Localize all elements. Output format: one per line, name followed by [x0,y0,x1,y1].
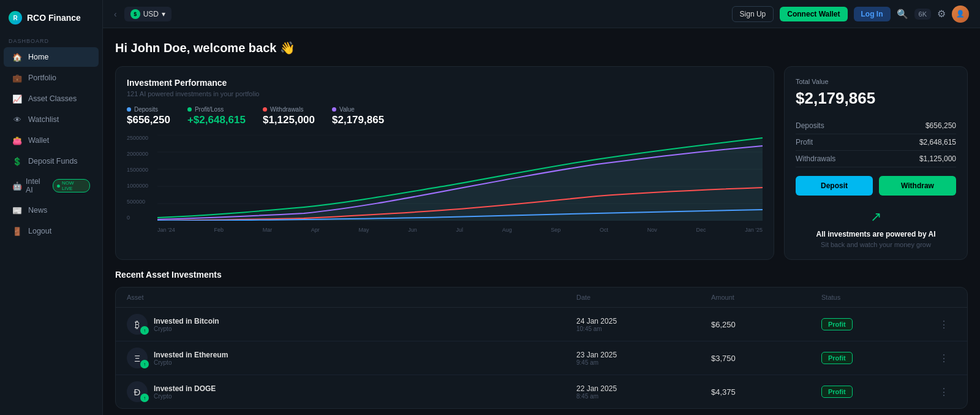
chart-y-labels: 2500000 2000000 1500000 1000000 500000 0 [127,135,157,221]
asset-cell-ethereum: Ξ ↑ Invested in Ethereum Crypto [127,348,576,368]
topbar-actions: Sign Up Connect Wallet Log In 🔍 6K ⚙ 👤 [732,6,969,23]
total-deposits-row: Deposits $656,250 [796,118,956,134]
total-withdrawals-label: Withdrawals [796,154,835,163]
sidebar-item-deposit-funds[interactable]: 💲 Deposit Funds [4,151,99,171]
settings-icon[interactable]: ⚙ [937,8,946,20]
ethereum-info: Invested in Ethereum Crypto [154,351,228,366]
chart-svg [157,135,763,221]
profit-badge-bitcoin: Profit [821,318,853,330]
currency-selector[interactable]: $ USD ▾ [124,7,172,21]
sidebar-item-label: Portfolio [28,74,56,82]
ethereum-status: Profit [821,352,932,364]
profit-dot [187,107,192,112]
sidebar-item-label: Logout [28,227,51,235]
intel-ai-icon: 🤖 [12,181,22,191]
header-actions [932,294,956,301]
investment-performance-card: Investment Performance 121 AI powered in… [115,66,774,260]
profit-badge-doge: Profit [821,386,853,398]
total-value-amount: $2,179,865 [796,89,956,108]
deposit-button[interactable]: Deposit [796,176,873,196]
news-icon: 📰 [12,205,22,215]
metric-label-profit: Profit/Loss [187,106,246,113]
ai-trending-icon: ↗ [870,209,881,225]
chart-svg-container [157,135,763,221]
action-buttons: Deposit Withdraw [796,176,956,196]
withdrawals-dot [263,107,267,112]
metric-value-portfolio: $2,179,865 [332,114,384,126]
dollar-icon: $ [130,9,140,19]
withdraw-button[interactable]: Withdraw [879,176,956,196]
signup-button[interactable]: Sign Up [732,6,774,22]
sidebar: R RCO Finance DASHBOARD 🏠 Home 💼 Portfol… [0,0,103,415]
deposits-dot [127,107,131,112]
ai-title: All investments are powered by AI [816,230,936,238]
ethereum-more-button[interactable]: ⋮ [932,352,956,364]
sidebar-item-label: Asset Classes [28,94,77,103]
total-withdrawals-row: Withdrawals $1,125,000 [796,151,956,167]
sidebar-item-home[interactable]: 🏠 Home [4,47,99,67]
total-profit-value: $2,648,615 [919,138,956,147]
doge-type: Crypto [154,393,216,400]
asset-cell-bitcoin: ₿ ↑ Invested in Bitcoin Crypto [127,314,576,335]
total-value-card: Total Value $2,179,865 Deposits $656,250… [784,66,968,260]
bitcoin-icon-wrapper: ₿ ↑ [127,314,148,335]
sidebar-item-portfolio[interactable]: 💼 Portfolio [4,68,99,88]
investments-table: Asset Date Amount Status ₿ ↑ Invested i [115,287,968,409]
doge-icon-wrapper: Ð ↑ [127,381,148,402]
sidebar-item-label: Intel AI [26,177,49,194]
header-asset: Asset [127,294,576,301]
search-icon[interactable]: 🔍 [897,9,908,20]
logout-icon: 🚪 [12,226,22,236]
metric-label-value: Value [332,106,384,113]
bitcoin-amount: $6,250 [711,320,821,329]
metric-withdrawals: Withdrawals $1,125,000 [263,106,315,126]
bitcoin-info: Invested in Bitcoin Crypto [154,317,219,332]
avatar[interactable]: 👤 [952,6,969,23]
header-status: Status [821,294,932,301]
header-date: Date [576,294,711,301]
chart-area: 2500000 2000000 1500000 1000000 500000 0 [127,135,763,233]
total-deposits-label: Deposits [796,121,824,130]
notification-badge[interactable]: 6K [914,9,931,20]
home-icon: 🏠 [12,52,22,62]
table-row: Ð ↑ Invested in DOGE Crypto 22 Jan 2025 … [116,375,967,408]
sidebar-section-label: DASHBOARD [0,34,102,47]
login-button[interactable]: Log In [854,7,891,21]
sidebar-item-label: News [28,206,47,215]
bitcoin-more-button[interactable]: ⋮ [932,319,956,330]
total-profit-row: Profit $2,648,615 [796,134,956,151]
metrics-row: Deposits $656,250 Profit/Loss +$2,648,61… [127,106,763,126]
recent-investments-title: Recent Asset Investments [115,270,968,280]
wallet-icon: 👛 [12,135,22,145]
content: Hi John Doe, welcome back 👋 Investment P… [103,28,980,415]
sidebar-item-intel-ai[interactable]: 🤖 Intel AI NOW LIVE [4,172,99,199]
sidebar-item-news[interactable]: 📰 News [4,200,99,220]
deposit-icon: 💲 [12,156,22,166]
sidebar-item-label: Deposit Funds [28,157,78,166]
doge-date: 22 Jan 2025 8:45 am [576,384,711,400]
table-row: Ξ ↑ Invested in Ethereum Crypto 23 Jan 2… [116,341,967,375]
sidebar-logo[interactable]: R RCO Finance [0,5,102,34]
sidebar-item-logout[interactable]: 🚪 Logout [4,221,99,241]
portfolio-icon: 💼 [12,73,22,83]
asset-cell-doge: Ð ↑ Invested in DOGE Crypto [127,381,576,402]
value-dot [332,107,336,112]
sidebar-item-asset-classes[interactable]: 📈 Asset Classes [4,89,99,109]
now-live-dot [57,185,60,188]
logo-icon: R [9,11,22,25]
connect-wallet-button[interactable]: Connect Wallet [780,7,847,21]
profit-badge-ethereum: Profit [821,352,853,364]
metric-value-profit: +$2,648,615 [187,114,246,126]
table-row: ₿ ↑ Invested in Bitcoin Crypto 24 Jan 20… [116,308,967,341]
table-header: Asset Date Amount Status [116,287,967,308]
ai-section: ↗ All investments are powered by AI Sit … [796,204,956,248]
collapse-arrow[interactable]: ‹ [114,9,117,19]
sidebar-item-wallet[interactable]: 👛 Wallet [4,131,99,150]
sidebar-item-watchlist[interactable]: 👁 Watchlist [4,110,99,129]
metric-value-total: Value $2,179,865 [332,106,384,126]
doge-more-button[interactable]: ⋮ [932,386,956,398]
header-amount: Amount [711,294,821,301]
sidebar-item-label: Wallet [28,136,49,145]
doge-status: Profit [821,386,932,398]
bitcoin-status: Profit [821,318,932,330]
